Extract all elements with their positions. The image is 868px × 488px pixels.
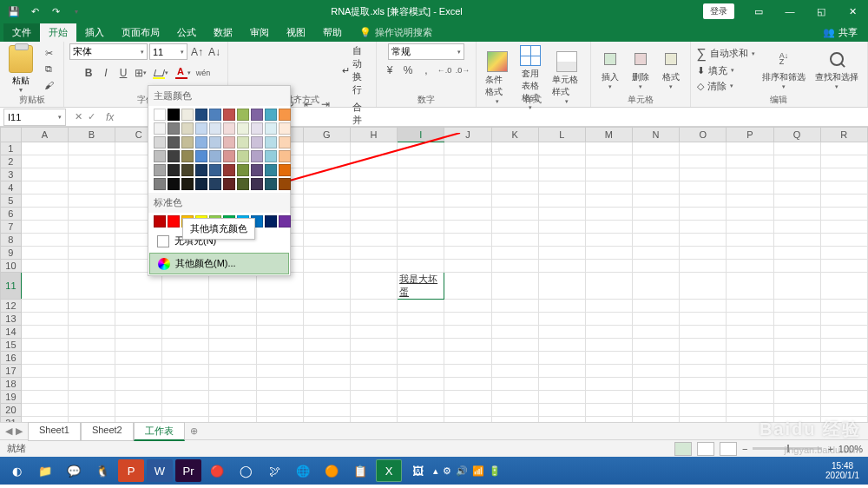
cell[interactable] <box>398 404 444 417</box>
ribbon-options-icon[interactable]: ▭ <box>743 0 774 23</box>
autosum-button[interactable]: ∑自动求和▾ <box>696 45 756 63</box>
color-swatch[interactable] <box>265 136 277 148</box>
cell[interactable] <box>398 221 444 234</box>
cell[interactable] <box>773 300 820 313</box>
color-swatch[interactable] <box>251 150 263 162</box>
cell[interactable] <box>256 404 303 417</box>
login-button[interactable]: 登录 <box>703 3 734 19</box>
cell[interactable] <box>633 181 680 195</box>
cell[interactable] <box>538 391 585 404</box>
color-swatch[interactable] <box>251 164 263 176</box>
row-header[interactable]: 4 <box>1 181 22 195</box>
cell[interactable] <box>820 142 867 155</box>
cell[interactable] <box>727 221 773 234</box>
cell[interactable] <box>162 339 209 352</box>
cell[interactable] <box>444 142 491 155</box>
cell[interactable] <box>209 339 256 352</box>
cell[interactable] <box>538 247 585 260</box>
cell[interactable] <box>115 313 162 326</box>
column-header[interactable]: R <box>820 128 867 142</box>
cell[interactable] <box>633 247 680 260</box>
cell[interactable] <box>68 273 115 300</box>
cell[interactable] <box>303 155 350 168</box>
color-swatch[interactable] <box>265 215 277 228</box>
cell[interactable] <box>303 208 350 221</box>
cell[interactable] <box>209 378 256 391</box>
cell[interactable] <box>444 273 491 300</box>
cell[interactable] <box>633 352 680 365</box>
cell[interactable] <box>633 155 680 168</box>
column-header[interactable]: M <box>585 128 632 142</box>
color-swatch[interactable] <box>279 178 291 190</box>
cell[interactable] <box>68 417 115 423</box>
delete-cells-button[interactable]: 删除▾ <box>627 47 654 92</box>
cell[interactable] <box>350 404 397 417</box>
row-header[interactable]: 10 <box>1 260 22 273</box>
cell[interactable] <box>21 260 68 273</box>
cell[interactable] <box>773 404 820 417</box>
cell[interactable] <box>398 155 444 168</box>
cell[interactable] <box>680 365 727 378</box>
taskbar-app5-icon[interactable]: 📋 <box>347 459 373 482</box>
cell[interactable] <box>491 181 538 195</box>
cell[interactable] <box>21 221 68 234</box>
cell[interactable] <box>633 339 680 352</box>
cell[interactable] <box>444 260 491 273</box>
cell[interactable] <box>633 195 680 208</box>
color-swatch[interactable] <box>168 109 180 121</box>
cell[interactable] <box>538 195 585 208</box>
cell[interactable] <box>820 365 867 378</box>
cell[interactable] <box>491 155 538 168</box>
cell[interactable] <box>491 391 538 404</box>
cell[interactable] <box>303 221 350 234</box>
cell[interactable] <box>162 378 209 391</box>
column-header[interactable]: B <box>68 128 115 142</box>
cell[interactable] <box>256 339 303 352</box>
cell[interactable] <box>21 339 68 352</box>
cell[interactable] <box>303 404 350 417</box>
cell[interactable] <box>773 168 820 181</box>
tab-data[interactable]: 数据 <box>205 23 241 42</box>
cell[interactable] <box>727 326 773 339</box>
cell[interactable] <box>444 339 491 352</box>
increase-decimal-icon[interactable]: ←.0 <box>437 63 452 78</box>
cell[interactable] <box>68 195 115 208</box>
cell[interactable] <box>350 326 397 339</box>
cell[interactable] <box>633 168 680 181</box>
cell[interactable] <box>585 247 632 260</box>
color-swatch[interactable] <box>154 215 166 228</box>
cell[interactable] <box>820 300 867 313</box>
cell[interactable] <box>444 234 491 247</box>
cell[interactable] <box>115 404 162 417</box>
taskbar-word-icon[interactable]: W <box>147 459 173 482</box>
cell[interactable] <box>491 168 538 181</box>
cell[interactable] <box>585 300 632 313</box>
color-swatch[interactable] <box>168 178 180 190</box>
cell[interactable] <box>398 300 444 313</box>
taskbar-app2-icon[interactable]: ◯ <box>233 459 259 482</box>
cell[interactable] <box>773 208 820 221</box>
taskbar-premiere-icon[interactable]: Pr <box>175 459 201 482</box>
color-swatch[interactable] <box>154 122 166 135</box>
save-icon[interactable]: 💾 <box>5 3 23 20</box>
currency-icon[interactable]: ¥ <box>382 63 398 78</box>
color-swatch[interactable] <box>223 136 235 148</box>
cell[interactable] <box>444 195 491 208</box>
color-swatch[interactable] <box>195 178 207 190</box>
cell[interactable] <box>256 313 303 326</box>
column-header[interactable]: Q <box>773 128 820 142</box>
cell[interactable] <box>538 168 585 181</box>
cell[interactable] <box>68 326 115 339</box>
cell[interactable] <box>538 365 585 378</box>
spreadsheet-grid[interactable]: ABCDEFGHIJKLMNOPQR1234567891011我是大坏蛋1213… <box>0 127 868 422</box>
cell[interactable] <box>162 404 209 417</box>
cell[interactable] <box>491 234 538 247</box>
cell[interactable] <box>633 221 680 234</box>
cell[interactable] <box>773 352 820 365</box>
cell[interactable] <box>115 417 162 423</box>
cell[interactable] <box>398 326 444 339</box>
cell[interactable] <box>350 155 397 168</box>
cell[interactable] <box>680 260 727 273</box>
cell[interactable] <box>444 181 491 195</box>
row-header[interactable]: 9 <box>1 247 22 260</box>
